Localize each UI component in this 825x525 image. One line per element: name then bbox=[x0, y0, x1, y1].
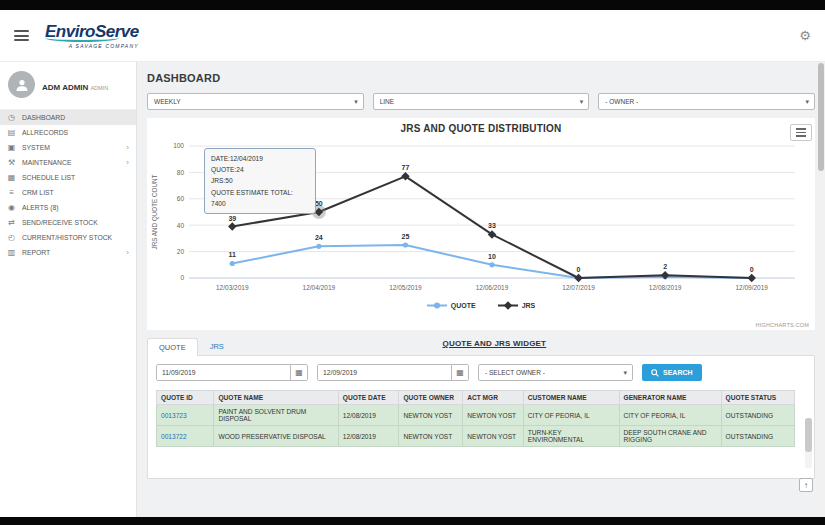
brand-logo: EnviroServe A SAVAGE COMPANY bbox=[45, 23, 139, 49]
sidebar-nav: ◷DASHBOARD▤ALLRECORDS▣SYSTEM›⚒MAINTENANC… bbox=[0, 110, 136, 260]
tab-quote[interactable]: QUOTE bbox=[147, 338, 198, 356]
dashboard-filters: WEEKLY ▾ LINE ▾ - OWNER - ▾ bbox=[147, 93, 815, 110]
sidebar-item-report[interactable]: ▥REPORT› bbox=[0, 245, 136, 260]
chevron-down-icon: ▾ bbox=[623, 369, 627, 377]
period-select-value: WEEKLY bbox=[154, 98, 181, 105]
chart-type-select[interactable]: LINE ▾ bbox=[373, 93, 590, 110]
sidebar-item-label: SEND/RECEIVE STOCK bbox=[22, 219, 98, 226]
system-icon: ▣ bbox=[7, 143, 16, 152]
date-to-group: ▦ bbox=[317, 364, 469, 381]
owner-filter-value: - OWNER - bbox=[605, 98, 638, 105]
page-scrollbar-thumb[interactable] bbox=[818, 63, 824, 171]
table-cell: NEWTON YOST bbox=[399, 405, 463, 426]
chevron-down-icon: ▾ bbox=[580, 98, 584, 106]
scroll-to-top-button[interactable]: ↑ bbox=[799, 478, 813, 492]
sidebar-item-system[interactable]: ▣SYSTEM› bbox=[0, 140, 136, 155]
svg-text:12/07/2019: 12/07/2019 bbox=[562, 284, 595, 291]
sidebar-item-maintenance[interactable]: ⚒MAINTENANCE› bbox=[0, 155, 136, 170]
select-owner-dropdown[interactable]: - SELECT OWNER - ▾ bbox=[478, 364, 633, 381]
table-scrollbar[interactable] bbox=[805, 418, 812, 468]
tab-jrs[interactable]: JRS bbox=[198, 337, 236, 355]
brand-subtitle: A SAVAGE COMPANY bbox=[45, 43, 139, 49]
svg-text:JRS AND QUOTE COUNT: JRS AND QUOTE COUNT bbox=[151, 174, 159, 249]
period-select[interactable]: WEEKLY ▾ bbox=[147, 93, 364, 110]
calendar-icon: ▦ bbox=[7, 173, 16, 182]
page-scrollbar[interactable] bbox=[817, 62, 825, 517]
svg-text:0: 0 bbox=[180, 274, 184, 281]
search-button-label: SEARCH bbox=[663, 369, 693, 376]
user-name: ADM ADMIN bbox=[42, 83, 88, 92]
svg-text:100: 100 bbox=[173, 142, 184, 149]
sidebar-item-crm-list[interactable]: ≡CRM LIST bbox=[0, 185, 136, 200]
calendar-icon[interactable]: ▦ bbox=[451, 365, 468, 380]
svg-text:39: 39 bbox=[228, 215, 236, 222]
table-cell: TURN-KEY ENVIRONMENTAL bbox=[523, 426, 619, 447]
svg-text:77: 77 bbox=[402, 164, 410, 171]
svg-text:0: 0 bbox=[577, 266, 581, 273]
date-from-group: ▦ bbox=[156, 364, 308, 381]
app-window: EnviroServe A SAVAGE COMPANY ⚙ ADM ADMIN… bbox=[0, 0, 825, 525]
widget-title: QUOTE AND JRS WIDGET bbox=[443, 339, 547, 348]
chart-type-select-value: LINE bbox=[380, 98, 394, 105]
sidebar-item-label: ALERTS (8) bbox=[22, 204, 59, 211]
legend-item-jrs[interactable]: JRS bbox=[498, 301, 536, 310]
chart-title: JRS AND QUOTE DISTRIBUTION bbox=[147, 123, 815, 134]
avatar bbox=[8, 71, 35, 98]
table-row: 0013722WOOD PRESERVATIVE DISPOSAL12/08/2… bbox=[157, 426, 795, 447]
quote-id-link[interactable]: 0013723 bbox=[157, 405, 214, 426]
top-black-bar bbox=[0, 0, 825, 10]
sidebar-item-current-history-stock[interactable]: ◴CURRENT/HISTORY STOCK bbox=[0, 230, 136, 245]
date-from-input[interactable] bbox=[157, 365, 290, 380]
owner-filter-select[interactable]: - OWNER - ▾ bbox=[598, 93, 815, 110]
legend-label: QUOTE bbox=[451, 302, 476, 309]
svg-text:24: 24 bbox=[315, 234, 323, 241]
svg-text:12/06/2019: 12/06/2019 bbox=[476, 284, 509, 291]
table-cell: 12/08/2019 bbox=[338, 426, 399, 447]
legend-label: JRS bbox=[522, 302, 536, 309]
svg-text:12/03/2019: 12/03/2019 bbox=[216, 284, 249, 291]
svg-text:12/09/2019: 12/09/2019 bbox=[735, 284, 768, 291]
quote-id-link[interactable]: 0013722 bbox=[157, 426, 214, 447]
legend-item-quote[interactable]: QUOTE bbox=[427, 301, 476, 310]
svg-text:2: 2 bbox=[663, 263, 667, 270]
chart-legend: QUOTEJRS bbox=[147, 301, 815, 310]
table-row: 0013723PAINT AND SOLVENT DRUM DISPOSAL12… bbox=[157, 405, 795, 426]
svg-text:12/05/2019: 12/05/2019 bbox=[389, 284, 422, 291]
settings-gear-icon[interactable]: ⚙ bbox=[799, 28, 811, 43]
sidebar-item-dashboard[interactable]: ◷DASHBOARD bbox=[0, 110, 136, 125]
bell-icon: ◉ bbox=[7, 203, 16, 212]
svg-text:12/08/2019: 12/08/2019 bbox=[649, 284, 682, 291]
sidebar-item-label: ALLRECORDS bbox=[22, 129, 68, 136]
chart-credit: HIGHCHARTS.COM bbox=[756, 322, 809, 328]
tooltip-date: DATE:12/04/2019 bbox=[211, 153, 309, 164]
widget-tabbar: QUOTE JRS QUOTE AND JRS WIDGET bbox=[147, 335, 815, 355]
chevron-right-icon: › bbox=[126, 158, 129, 167]
sidebar: ADM ADMINADMIN ◷DASHBOARD▤ALLRECORDS▣SYS… bbox=[0, 62, 137, 517]
brand-name: EnviroServe bbox=[45, 23, 139, 40]
dashboard-icon: ◷ bbox=[7, 113, 16, 122]
sidebar-item-allrecords[interactable]: ▤ALLRECORDS bbox=[0, 125, 136, 140]
chevron-down-icon: ▾ bbox=[806, 98, 810, 106]
sidebar-item-schedule-list[interactable]: ▦SCHEDULE LIST bbox=[0, 170, 136, 185]
search-button[interactable]: SEARCH bbox=[642, 364, 702, 381]
table-scrollbar-thumb[interactable] bbox=[805, 418, 812, 452]
table-cell: OUTSTANDING bbox=[721, 426, 794, 447]
table-cell: CITY OF PEORIA, IL bbox=[523, 405, 619, 426]
date-to-input[interactable] bbox=[318, 365, 451, 380]
chart-export-menu-button[interactable] bbox=[790, 124, 812, 141]
sidebar-item-alerts-8[interactable]: ◉ALERTS (8) bbox=[0, 200, 136, 215]
chart-tooltip: DATE:12/04/2019 QUOTE:24 JRS:50 QUOTE ES… bbox=[204, 148, 316, 214]
table-cell: DEEP SOUTH CRANE AND RIGGING bbox=[619, 426, 721, 447]
calendar-icon[interactable]: ▦ bbox=[290, 365, 307, 380]
sidebar-item-send-receive-stock[interactable]: ⇄SEND/RECEIVE STOCK bbox=[0, 215, 136, 230]
menu-toggle-icon[interactable] bbox=[14, 30, 29, 41]
tooltip-jrs: JRS:50 bbox=[211, 175, 309, 186]
report-icon: ▥ bbox=[7, 248, 16, 257]
table-cell: WOOD PRESERVATIVE DISPOSAL bbox=[214, 426, 338, 447]
sidebar-item-label: SCHEDULE LIST bbox=[22, 174, 75, 181]
list-icon: ≡ bbox=[7, 188, 16, 197]
column-header: QUOTE ID bbox=[157, 391, 214, 405]
table-cell: NEWTON YOST bbox=[463, 405, 524, 426]
svg-text:40: 40 bbox=[177, 222, 185, 229]
send-receive-icon: ⇄ bbox=[7, 218, 16, 227]
